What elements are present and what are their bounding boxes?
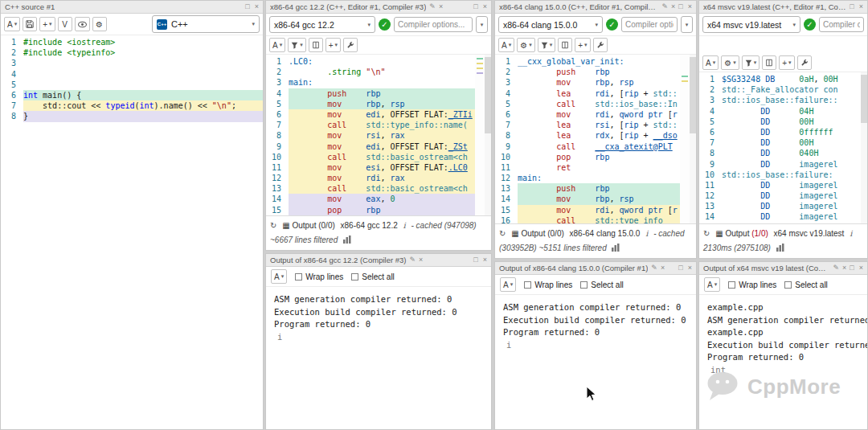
wrap-lines-checkbox[interactable]: Wrap lines: [728, 281, 776, 289]
code-line[interactable]: 3std::ios_base::failure::: [699, 95, 861, 105]
output-toggle-button[interactable]: ▦ Output (0/0): [511, 229, 564, 238]
scrollbar-thumb[interactable]: [861, 75, 867, 123]
close-icon[interactable]: ×: [483, 256, 487, 264]
font-size-button[interactable]: A▾: [704, 277, 720, 292]
refresh-icon[interactable]: ↻: [499, 229, 506, 238]
info-icon[interactable]: i: [403, 221, 406, 230]
msvc-output-header[interactable]: Output of x64 msvc v19 latest (Compiler …: [699, 262, 867, 275]
select-all-checkbox[interactable]: Select all: [580, 281, 624, 289]
gcc-output-header[interactable]: Output of x86-64 gcc 12.2 (Compiler #3) …: [266, 254, 491, 267]
select-all-checkbox[interactable]: Select all: [784, 281, 828, 289]
compiler-select[interactable]: x86-64 gcc 12.2 ▾: [269, 16, 375, 33]
font-size-button[interactable]: A▾: [500, 277, 516, 292]
code-line[interactable]: 3 mov rbp, rsp: [495, 77, 680, 88]
code-line[interactable]: 1__cxx_global_var_init:: [495, 56, 680, 67]
vim-mode-button[interactable]: V: [58, 17, 72, 31]
close-icon[interactable]: ×: [688, 3, 692, 10]
font-size-button[interactable]: A▾: [269, 38, 285, 52]
info-icon[interactable]: i: [850, 229, 852, 238]
timing-chart-icon[interactable]: [612, 244, 620, 252]
code-line[interactable]: 4 push rbp: [266, 88, 475, 99]
code-line[interactable]: 3main:: [266, 77, 475, 88]
rename-pencil-icon[interactable]: ✎: [833, 264, 839, 272]
maximize-icon[interactable]: □: [850, 264, 854, 272]
options-overflow-button[interactable]: ▾: [476, 16, 488, 33]
compiler-select[interactable]: x64 msvc v19.latest ▾: [702, 16, 800, 33]
close-tab-icon[interactable]: ×: [439, 3, 443, 10]
maximize-icon[interactable]: □: [245, 3, 249, 10]
font-size-button[interactable]: A▾: [702, 55, 719, 70]
code-line[interactable]: 10 call std::basic_ostream<ch: [266, 152, 475, 162]
compiler-settings-button[interactable]: ⚙▾: [517, 38, 534, 52]
code-line[interactable]: 6 DD 0ffffff: [699, 127, 861, 137]
compiler-options-input[interactable]: [621, 17, 678, 32]
code-line[interactable]: 9 DD imagerel: [699, 159, 861, 170]
add-new-button[interactable]: +▾: [779, 55, 794, 70]
code-line[interactable]: 12main:: [495, 173, 680, 183]
compiler-options-input[interactable]: [394, 17, 473, 32]
select-all-checkbox[interactable]: Select all: [351, 272, 395, 281]
code-line[interactable]: 5 call std::ios_base::In: [495, 99, 680, 109]
close-tab-icon[interactable]: ×: [671, 3, 675, 10]
code-line[interactable]: 14 DD imagerel: [699, 211, 861, 222]
close-icon[interactable]: ×: [859, 3, 863, 10]
compiler-options-input[interactable]: [819, 17, 864, 32]
code-line[interactable]: 1.LC0:: [266, 56, 475, 67]
code-line[interactable]: 8 lea rdx, [rip + __dso: [495, 130, 680, 141]
code-line[interactable]: 6int main() {: [1, 90, 263, 100]
scrollbar-thumb[interactable]: [485, 57, 491, 133]
scrollbar-thumb[interactable]: [690, 57, 696, 133]
output-toggle-button[interactable]: ▦ Output (1/0): [715, 229, 768, 238]
code-line[interactable]: 5 mov rbp, rsp: [266, 99, 475, 109]
info-icon[interactable]: i: [645, 229, 648, 238]
maximize-icon[interactable]: □: [850, 3, 854, 10]
font-size-button[interactable]: A▾: [498, 38, 514, 52]
code-line[interactable]: 11 mov esi, OFFSET FLAT:.LC0: [266, 162, 475, 173]
editor-settings-button[interactable]: ⚙: [92, 17, 107, 31]
close-icon[interactable]: ×: [483, 3, 487, 10]
code-line[interactable]: 12 mov rdi, rax: [266, 173, 475, 183]
options-overflow-button[interactable]: ▾: [681, 16, 693, 33]
code-line[interactable]: 4 lea rdi, [rip + std::: [495, 88, 680, 99]
code-line[interactable]: 6 mov rdi, qword ptr [r: [495, 109, 680, 120]
code-line[interactable]: 6 mov edi, OFFSET FLAT:_ZTIi: [266, 109, 475, 120]
clang-pane-header[interactable]: x86-64 clang 15.0.0 (C++, Editor #1, Com…: [495, 1, 696, 14]
filter-button[interactable]: ▾: [742, 55, 760, 70]
add-tool-button[interactable]: [797, 55, 812, 70]
code-line[interactable]: 16 call std::type_info: [495, 215, 680, 223]
code-line[interactable]: 13 call std::basic_ostream<ch: [266, 183, 475, 194]
code-line[interactable]: 10 pop rbp: [495, 152, 680, 162]
code-line[interactable]: 9 mov edi, OFFSET FLAT:_ZSt: [266, 141, 475, 152]
code-line[interactable]: 5: [1, 80, 263, 90]
wrap-lines-checkbox[interactable]: Wrap lines: [295, 272, 343, 281]
output-toggle-button[interactable]: ▦ Output (0/0): [282, 221, 335, 230]
libraries-button[interactable]: [762, 55, 776, 70]
code-line[interactable]: 13 push rbp: [495, 183, 680, 194]
gcc-minimap[interactable]: [475, 55, 485, 215]
rename-pencil-icon[interactable]: ✎: [410, 256, 416, 264]
close-icon[interactable]: ×: [255, 3, 259, 10]
code-line[interactable]: 1$SG33248 DB 0aH, 00H: [699, 74, 861, 84]
refresh-icon[interactable]: ↻: [270, 221, 276, 230]
code-line[interactable]: 5 DD 00H: [699, 117, 861, 127]
code-line[interactable]: 8}: [1, 111, 263, 121]
code-line[interactable]: 14 mov eax, 0: [266, 194, 475, 204]
code-line[interactable]: 7 lea rsi, [rip + std::: [495, 120, 680, 130]
clang-minimap[interactable]: [680, 55, 690, 223]
code-line[interactable]: 11 ret: [495, 162, 680, 173]
msvc-scrollbar[interactable]: [861, 72, 867, 223]
maximize-icon[interactable]: □: [678, 264, 682, 272]
code-line[interactable]: 7 std::cout << typeid(int).name() << "\n…: [1, 100, 263, 111]
close-tab-icon[interactable]: ×: [842, 264, 846, 272]
code-line[interactable]: 8 mov rsi, rax: [266, 130, 475, 141]
code-line[interactable]: 10std::ios_base::failure:: [699, 170, 861, 180]
timing-chart-icon[interactable]: [776, 244, 784, 252]
code-line[interactable]: 2std::_Fake_allocator con: [699, 84, 861, 95]
timing-chart-icon[interactable]: [343, 235, 351, 244]
cursor-preview-button[interactable]: [75, 17, 90, 31]
clang-output-header[interactable]: Output of x86-64 clang 15.0.0 (Compiler …: [495, 262, 696, 275]
rename-pencil-icon[interactable]: ✎: [429, 3, 436, 10]
filter-button[interactable]: ▾: [288, 38, 306, 52]
code-line[interactable]: 2#include <typeinfo>: [1, 47, 263, 58]
language-select[interactable]: C++ C++ ▾: [152, 15, 260, 33]
